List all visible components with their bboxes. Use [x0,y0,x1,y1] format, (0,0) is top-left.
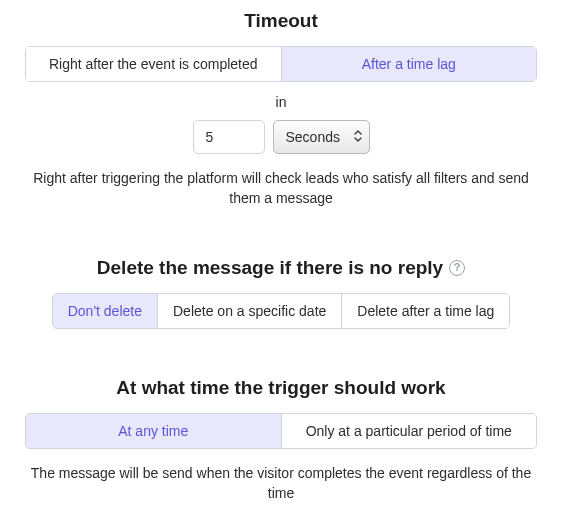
section-timeout: Timeout Right after the event is complet… [25,10,537,209]
section-delete: Delete the message if there is no reply … [25,257,537,329]
heading-delete: Delete the message if there is no reply … [25,257,537,279]
timeout-unit-select[interactable]: Seconds [273,120,370,154]
timeout-unit-wrap: Seconds [273,120,370,154]
heading-timeout: Timeout [25,10,537,32]
seg-when-any[interactable]: At any time [26,414,282,448]
section-when: At what time the trigger should work At … [25,377,537,504]
seg-group-delete: Don't delete Delete on a specific date D… [52,293,511,329]
timeout-config-row: in Seconds [25,94,537,154]
timeout-controls: Seconds [193,120,370,154]
seg-timeout-immediate[interactable]: Right after the event is completed [26,47,282,81]
seg-group-when: At any time Only at a particular period … [25,413,537,449]
heading-delete-text: Delete the message if there is no reply [97,257,443,279]
seg-delete-none[interactable]: Don't delete [53,294,158,328]
heading-when: At what time the trigger should work [25,377,537,399]
help-icon[interactable]: ? [449,260,465,276]
seg-delete-lag[interactable]: Delete after a time lag [342,294,509,328]
in-label: in [25,94,537,110]
seg-when-period[interactable]: Only at a particular period of time [282,414,537,448]
seg-timeout-lag[interactable]: After a time lag [282,47,537,81]
timeout-helper-text: Right after triggering the platform will… [25,168,537,209]
timeout-value-input[interactable] [193,120,265,154]
seg-group-timeout: Right after the event is completed After… [25,46,537,82]
when-helper-text: The message will be send when the visito… [25,463,537,504]
seg-delete-date[interactable]: Delete on a specific date [158,294,342,328]
